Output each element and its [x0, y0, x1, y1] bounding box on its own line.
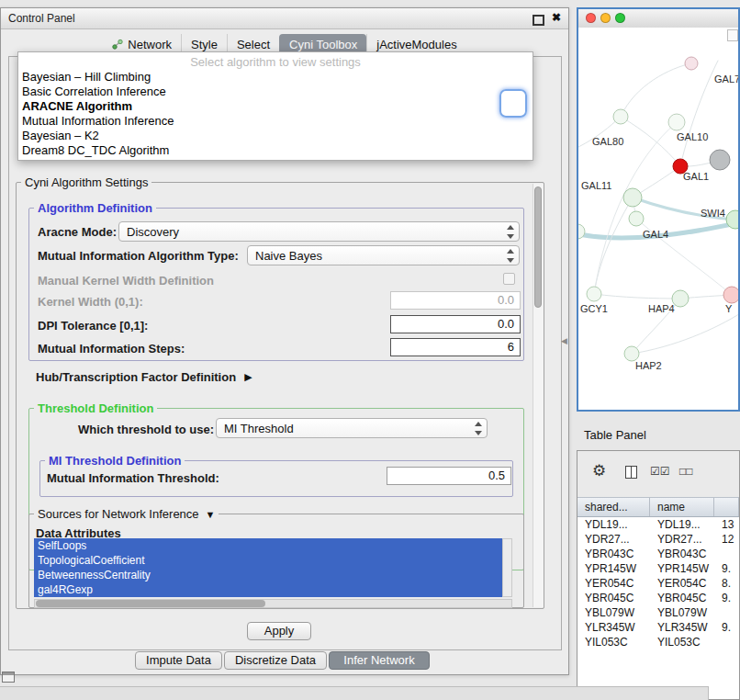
tab-label: Cyni Toolbox — [289, 38, 357, 51]
mi-steps-input[interactable]: 6 — [390, 338, 521, 356]
table-row[interactable]: YBR045CYBR045C9. — [577, 591, 739, 605]
which-threshold-label: Which threshold to use: — [78, 423, 214, 436]
bottom-tab-impute-data[interactable]: Impute Data — [135, 651, 222, 670]
attribute-item[interactable]: gal4RGexp — [34, 582, 502, 597]
apply-button[interactable]: Apply — [247, 622, 311, 640]
mi-algorithm-type-select[interactable]: Naive Bayes — [247, 245, 520, 265]
restore-panel-icon[interactable] — [2, 672, 15, 683]
kernel-width-label: Kernel Width (0,1): — [38, 295, 143, 309]
float-window-icon[interactable] — [533, 15, 544, 26]
mi-threshold-group-title: MI Threshold Definition — [45, 454, 185, 468]
node-label: GAL10 — [677, 131, 708, 142]
table-row[interactable]: YDL19...YDL19...13 — [577, 517, 739, 532]
node-label: GAL7 — [714, 73, 738, 85]
attribute-item[interactable]: TopologicalCoefficient — [34, 553, 502, 568]
node-label: GCY1 — [580, 303, 608, 314]
network-node[interactable] — [624, 346, 639, 361]
table-row[interactable]: YER054CYER054C8. — [577, 576, 739, 591]
column-visibility-icon[interactable] — [625, 466, 637, 479]
table-cell — [714, 547, 739, 561]
hub-definition-toggle[interactable]: Hub/Transcription Factor Definition ▶ — [36, 370, 252, 384]
table-cell: YPR145W — [650, 561, 714, 576]
data-attributes-list: SelfLoopsTopologicalCoefficientBetweenne… — [34, 538, 502, 597]
aracne-mode-select[interactable]: Discovery — [118, 221, 520, 242]
column-header[interactable]: name — [650, 498, 714, 516]
control-panel-titlebar[interactable]: Control Panel ✖ — [1, 8, 568, 29]
table-cell: YLR345W — [650, 620, 714, 635]
network-node[interactable] — [629, 211, 644, 226]
network-edge — [680, 61, 718, 166]
table-panel-title: Table Panel — [584, 428, 646, 442]
panel-collapse-arrow-icon[interactable]: ◀ — [561, 336, 567, 345]
algorithm-dropdown-popup: Select algorithm to view settingsBayesia… — [17, 51, 533, 161]
stepper-arrows-icon — [505, 224, 516, 240]
attributes-horizontal-scrollbar[interactable] — [34, 599, 512, 608]
table-cell — [714, 635, 739, 649]
stepper-arrows-icon — [505, 248, 516, 264]
window-minimize-icon[interactable] — [600, 13, 611, 23]
dropdown-item[interactable]: Mutual Information Inference — [18, 114, 533, 129]
manual-kernel-width-checkbox[interactable] — [503, 273, 515, 285]
dropdown-item[interactable]: Bayesian – Hill Climbing — [18, 70, 533, 85]
column-header[interactable] — [714, 498, 739, 516]
dropdown-item[interactable]: Bayesian – K2 — [18, 129, 533, 143]
network-node[interactable] — [723, 287, 738, 303]
window-close-icon[interactable] — [586, 13, 596, 23]
desktop-background: Control Panel ✖ NetworkStyleSelectCyni T… — [0, 0, 740, 700]
traffic-lights — [586, 13, 625, 23]
selected-value: Naive Bayes — [255, 248, 322, 265]
dropdown-item[interactable]: ARACNE Algorithm — [18, 99, 533, 114]
sources-toggle[interactable]: Sources for Network Inference ▼ — [34, 507, 219, 521]
dpi-tolerance-input[interactable]: 0.0 — [390, 315, 521, 333]
table-cell: YDL19... — [577, 517, 650, 532]
table-cell: YDR27... — [650, 532, 714, 547]
kernel-width-input[interactable]: 0.0 — [390, 291, 521, 310]
scrollbar-thumb[interactable] — [36, 600, 265, 607]
network-canvas[interactable]: GAL7GAL80GAL10GAL1GAL11SWI4GAL4GCY1HAP4Y… — [578, 28, 738, 410]
table-row[interactable]: YIL053CYIL053C — [577, 635, 739, 649]
dropdown-item[interactable]: Dream8 DC_TDC Algorithm — [18, 143, 533, 158]
close-icon[interactable]: ✖ — [552, 11, 561, 24]
cyni-settings-group-title: Cyni Algorithm Settings — [21, 175, 151, 189]
table-cell: 13 — [714, 517, 739, 532]
attribute-item[interactable]: SelfLoops — [34, 538, 502, 553]
network-svg: GAL7GAL80GAL10GAL1GAL11SWI4GAL4GCY1HAP4Y… — [578, 28, 738, 410]
node-label: GAL80 — [592, 136, 623, 147]
network-edge — [594, 294, 680, 299]
column-header[interactable]: shared... — [577, 498, 650, 516]
table-row[interactable]: YLR345WYLR345W9. — [577, 620, 739, 635]
window-zoom-icon[interactable] — [615, 13, 625, 23]
network-titlebar[interactable] — [578, 9, 738, 28]
network-node[interactable] — [685, 57, 698, 70]
table-row[interactable]: YBL079WYBL079W — [577, 605, 739, 620]
table-row[interactable]: YBR043CYBR043C — [577, 547, 739, 561]
table-cell: YPR145W — [577, 561, 650, 576]
select-all-rows-icon[interactable]: ☑☑ — [650, 465, 670, 478]
bottom-tab-discretize-data[interactable]: Discretize Data — [224, 651, 327, 670]
hub-definition-label: Hub/Transcription Factor Definition — [36, 370, 236, 384]
settings-gear-icon[interactable]: ⚙ — [592, 461, 606, 480]
table-row[interactable]: YPR145WYPR145W9. — [577, 561, 739, 576]
table-body: YDL19...YDL19...13YDR27...YDR27...12YBR0… — [577, 517, 739, 699]
collapsed-bottom-panel — [0, 686, 709, 700]
scrollbar-thumb[interactable] — [534, 186, 542, 308]
table-row[interactable]: YDR27...YDR27...12 — [577, 532, 739, 547]
network-node[interactable] — [710, 150, 730, 170]
bottom-tab-infer-network[interactable]: Infer Network — [329, 651, 430, 670]
network-node[interactable] — [623, 188, 642, 207]
network-node[interactable] — [613, 109, 628, 124]
network-view-window: GAL7GAL80GAL10GAL1GAL11SWI4GAL4GCY1HAP4Y… — [577, 7, 740, 412]
which-threshold-select[interactable]: MI Threshold — [216, 418, 488, 438]
table-cell: YDL19... — [650, 517, 714, 532]
attribute-item[interactable]: BetweennessCentrality — [34, 568, 502, 582]
deselect-all-rows-icon[interactable]: □□ — [679, 465, 693, 478]
table-header-row: shared...name — [577, 497, 739, 517]
mi-threshold-input[interactable]: 0.5 — [387, 467, 511, 485]
network-node[interactable] — [668, 114, 685, 130]
attributes-vertical-scrollbar[interactable] — [502, 538, 512, 597]
network-node[interactable] — [587, 287, 601, 301]
settings-scrollbar[interactable] — [533, 184, 544, 607]
table-cell: 12 — [714, 532, 739, 547]
dropdown-item[interactable]: Basic Correlation Inference — [18, 85, 533, 99]
network-scrollbar-button[interactable] — [727, 29, 738, 41]
